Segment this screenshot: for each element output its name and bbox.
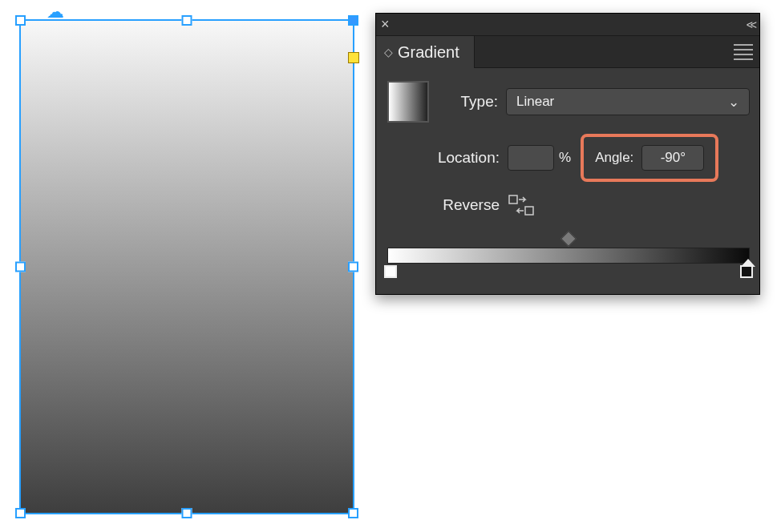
type-value: Linear xyxy=(516,94,554,110)
type-label: Type: xyxy=(448,93,506,111)
tab-fill xyxy=(475,36,759,68)
collapse-icon[interactable]: << xyxy=(747,18,755,31)
gradient-stop-start[interactable] xyxy=(384,265,397,278)
location-label: Location: xyxy=(387,149,508,167)
gradient-bar[interactable] xyxy=(387,248,750,264)
panel-body: Type: Linear ⌄ Location: % Angle: Revers… xyxy=(376,68,759,294)
tab-gradient[interactable]: ◇ Gradient xyxy=(376,36,475,68)
resize-handle-w[interactable] xyxy=(15,262,26,272)
reverse-label: Reverse xyxy=(387,196,508,214)
selected-shape[interactable]: ☁ xyxy=(19,19,354,514)
resize-handle-nw[interactable] xyxy=(15,15,26,26)
gradient-swatch[interactable] xyxy=(387,81,429,123)
gradient-panel: × << ◇ Gradient Type: Linear ⌄ Location:… xyxy=(375,13,760,295)
svg-rect-0 xyxy=(509,195,517,204)
resize-handle-ne[interactable] xyxy=(348,15,358,26)
location-input[interactable] xyxy=(508,145,554,171)
svg-rect-1 xyxy=(525,207,533,215)
angle-group-highlight: Angle: xyxy=(581,134,718,182)
resize-handle-n[interactable] xyxy=(182,15,192,26)
chevron-down-icon: ⌄ xyxy=(728,94,739,111)
tab-label: Gradient xyxy=(398,43,459,62)
angle-input[interactable] xyxy=(641,145,704,171)
resize-handle-se[interactable] xyxy=(348,508,358,518)
resize-handle-e[interactable] xyxy=(348,262,358,272)
resize-handle-s[interactable] xyxy=(182,508,192,518)
reverse-button[interactable] xyxy=(508,193,535,217)
location-unit: % xyxy=(559,150,571,166)
panel-menu-icon[interactable] xyxy=(734,44,753,60)
angle-label: Angle: xyxy=(595,150,633,166)
midpoint-handle[interactable] xyxy=(560,231,577,247)
cloud-icon: ☁ xyxy=(47,3,64,21)
panel-topbar: × << xyxy=(376,14,759,36)
gradient-tab-icon: ◇ xyxy=(384,46,393,58)
corner-radius-handle[interactable] xyxy=(348,52,359,63)
reverse-icon xyxy=(508,193,535,217)
stop-pointer-icon xyxy=(741,259,755,267)
type-select[interactable]: Linear ⌄ xyxy=(506,88,750,115)
close-icon[interactable]: × xyxy=(381,16,390,33)
panel-tabs: ◇ Gradient xyxy=(376,36,759,68)
gradient-stop-end[interactable] xyxy=(740,265,753,278)
gradient-slider[interactable] xyxy=(387,238,750,280)
resize-handle-sw[interactable] xyxy=(15,508,26,518)
